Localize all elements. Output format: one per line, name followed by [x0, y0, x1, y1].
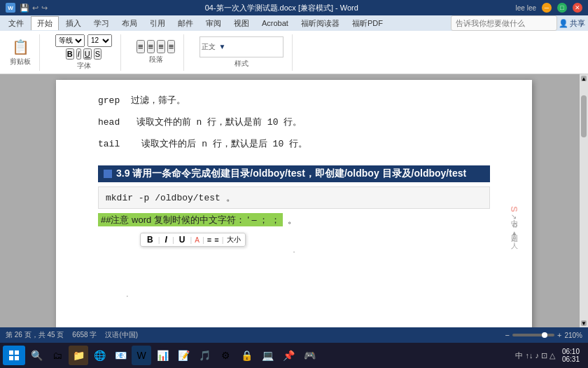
ribbon-group-font: 等线 12 B I U S 字体 [51, 34, 121, 71]
settings-taskbar-button[interactable]: ⚙ [216, 346, 235, 365]
status-right: − + 210% [505, 331, 582, 339]
watermark-icons: 中↗·♻回走▲人 [510, 214, 518, 237]
ribbon-search-input[interactable] [451, 15, 557, 31]
mini-italic[interactable]: I [163, 235, 169, 245]
tab-view[interactable]: 视图 [228, 16, 255, 30]
tab-layout[interactable]: 布局 [116, 16, 143, 30]
maximize-button[interactable]: □ [557, 3, 567, 13]
user-name: lee lee [516, 4, 536, 12]
clock: 06:10 06:31 [556, 348, 585, 363]
ribbon-area: 文件 开始 插入 学习 布局 引用 邮件 审阅 视图 Acrobat 福昕阅读器… [0, 15, 588, 74]
zoom-level: 210% [564, 332, 582, 339]
mini-size: 大小 [227, 235, 241, 245]
vertical-scrollbar[interactable]: ▲ ▼ [580, 74, 588, 327]
page-info: 第 26 页，共 45 页 [6, 330, 64, 340]
svg-rect-3 [15, 356, 19, 360]
bold-button[interactable]: B [66, 48, 74, 60]
tab-mail[interactable]: 邮件 [172, 16, 199, 30]
svg-rect-1 [15, 350, 19, 355]
tab-foxit-pdf[interactable]: 福昕PDF [346, 16, 388, 30]
ribbon-group-paragraph: ≡ ≡ ≡ ≡ 段落 [132, 34, 184, 71]
tab-home[interactable]: 开始 [31, 16, 59, 30]
extra-button-2[interactable]: 📌 [279, 346, 298, 365]
head-line: head 读取文件的前 n 行，默认是前 10 行。 [98, 116, 490, 130]
tab-acrobat[interactable]: Acrobat [256, 16, 294, 30]
tab-review[interactable]: 审阅 [200, 16, 227, 30]
document-page: grep 过滤，筛子。 head 读取文件的前 n 行，默认是前 10 行。 t… [56, 80, 532, 327]
watermark-text: S [508, 206, 519, 212]
ribbon-group-styles: 正文 ▼ 样式 [195, 34, 293, 71]
extra-button-1[interactable]: 💻 [258, 346, 277, 365]
explorer-button[interactable]: 📁 [69, 346, 88, 365]
close-button[interactable]: ✕ [573, 3, 582, 13]
ribbon-group-clipboard: 📋 剪贴板 [6, 34, 40, 71]
title-text: 04-第一次入学测试题.docx [兼容模式] - Word [48, 3, 516, 13]
media-button[interactable]: 🎵 [195, 346, 214, 365]
network-icon[interactable]: ↑↓ [525, 351, 533, 360]
start-button[interactable] [3, 346, 25, 365]
tab-references[interactable]: 引用 [144, 16, 171, 30]
mini-bold[interactable]: B [145, 235, 155, 245]
security-button[interactable]: 🔒 [237, 346, 256, 365]
mini-indent-list[interactable]: ≡ [207, 236, 211, 244]
language: 汉语(中国) [105, 330, 138, 340]
tab-learn[interactable]: 学习 [88, 16, 115, 30]
code-text: mkdir -p /oldboy/test 。 [106, 193, 235, 203]
browser-button[interactable]: 🌐 [90, 346, 109, 365]
notepad-button[interactable]: 📝 [174, 346, 193, 365]
mini-font-color[interactable]: A [195, 236, 200, 244]
bullet-icon [104, 170, 112, 178]
font-family-select[interactable]: 等线 [55, 34, 85, 47]
tab-file[interactable]: 文件 [3, 16, 29, 30]
scroll-up-arrow[interactable]: ▲ [581, 76, 587, 81]
svg-rect-2 [9, 356, 13, 360]
mini-outdent-list[interactable]: ≡ [214, 236, 218, 244]
dot-line-1: · [98, 245, 490, 259]
share-button[interactable]: 👤 共享 [559, 18, 585, 29]
zoom-minus-button[interactable]: − [505, 331, 510, 339]
system-tray: 中 ↑↓ ♪ ⊡ △ [515, 350, 555, 361]
zoom-bar: − + 210% [505, 331, 582, 339]
mini-underline[interactable]: U [177, 235, 188, 245]
clock-date: 06:31 [562, 355, 580, 363]
zoom-thumb [542, 332, 547, 338]
word-count: 6658 字 [72, 330, 97, 340]
italic-button[interactable]: I [76, 48, 81, 60]
taskview-button[interactable]: 🗂 [48, 346, 67, 365]
tab-insert[interactable]: 插入 [60, 16, 87, 30]
dot-line-2: · [126, 289, 490, 304]
zoom-plus-button[interactable]: + [557, 331, 561, 339]
title-bar: W 💾 ↩ ↪ 04-第一次入学测试题.docx [兼容模式] - Word l… [0, 0, 588, 15]
section-header: 3.9 请用一条命令完成创建目录/oldboy/test，即创建/oldboy … [98, 165, 490, 182]
zoom-track [512, 334, 554, 336]
align-left-button[interactable]: ≡ [136, 40, 145, 53]
volume-icon[interactable]: ♪ [535, 351, 539, 360]
note-line: ##注意 word 复制时候的中文字符： ' – ； ； 。 [98, 213, 490, 228]
dot-line-3: · [126, 320, 490, 327]
ime-icon[interactable]: 中 [515, 350, 523, 361]
strikethrough-button[interactable]: S [94, 48, 102, 60]
minimize-button[interactable]: ─ [542, 3, 552, 13]
excel-button[interactable]: 📊 [153, 346, 172, 365]
taskbar: 🔍 🗂 📁 🌐 📧 W 📊 📝 🎵 ⚙ 🔒 💻 📌 🎮 中 ↑↓ ♪ ⊡ △ 0… [0, 343, 588, 368]
scroll-thumb[interactable] [581, 95, 587, 137]
clock-time: 06:10 [562, 348, 580, 355]
align-center-button[interactable]: ≡ [147, 40, 155, 53]
quick-access-toolbar: 💾 ↩ ↪ [20, 4, 48, 13]
battery-icon[interactable]: ⊡ [541, 351, 547, 360]
search-taskbar-button[interactable]: 🔍 [27, 346, 46, 365]
notification-icon[interactable]: △ [550, 351, 555, 360]
align-right-button[interactable]: ≡ [157, 40, 165, 53]
section-title: 3.9 请用一条命令完成创建目录/oldboy/test，即创建/oldboy … [116, 168, 466, 180]
email-button[interactable]: 📧 [111, 346, 130, 365]
scroll-down-arrow[interactable]: ▼ [581, 320, 587, 326]
font-size-select[interactable]: 12 [88, 34, 112, 47]
title-bar-left: W 💾 ↩ ↪ [6, 3, 48, 13]
extra-button-3[interactable]: 🎮 [300, 346, 319, 365]
word-icon: W [6, 3, 15, 13]
justify-button[interactable]: ≡ [167, 40, 176, 53]
word-taskbar-button[interactable]: W [132, 346, 151, 365]
underline-button[interactable]: U [83, 48, 92, 60]
tail-line: tail 读取文件的后 n 行，默认是后 10 行。 [98, 137, 490, 152]
tab-foxit-reader[interactable]: 福昕阅读器 [295, 16, 345, 30]
